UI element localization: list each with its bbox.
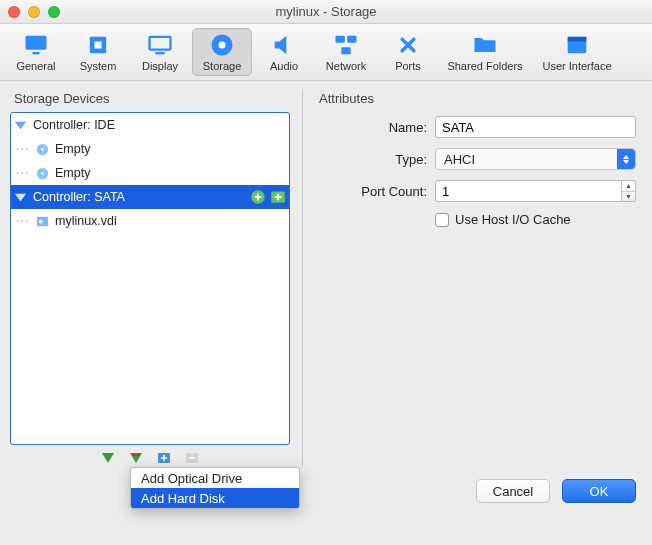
minimize-window-button[interactable]	[28, 6, 40, 18]
ok-button[interactable]: OK	[562, 479, 636, 503]
add-attachment-button[interactable]	[154, 449, 174, 467]
tab-display[interactable]: Display	[130, 28, 190, 76]
zoom-window-button[interactable]	[48, 6, 60, 18]
button-label: OK	[590, 484, 609, 499]
svg-rect-3	[95, 42, 102, 49]
cancel-button[interactable]: Cancel	[476, 479, 550, 503]
menu-item-label: Add Optical Drive	[141, 471, 242, 486]
tab-label: Ports	[395, 60, 421, 72]
portcount-stepper[interactable]: ▲▼	[622, 180, 636, 202]
add-hdd-icon[interactable]	[269, 188, 287, 206]
hdd-icon	[33, 212, 51, 230]
tree-leaf-empty[interactable]: ⋯ Empty	[11, 137, 289, 161]
svg-rect-12	[568, 37, 587, 42]
display-icon	[146, 32, 174, 58]
svg-rect-4	[150, 37, 171, 50]
tree-guide: ⋯	[11, 141, 33, 157]
portcount-input[interactable]	[435, 180, 622, 202]
type-value: AHCI	[444, 152, 475, 167]
folder-icon	[471, 32, 499, 58]
tab-system[interactable]: System	[68, 28, 128, 76]
panel-separator	[302, 89, 303, 467]
tree-label: mylinux.vdi	[55, 214, 289, 228]
tab-network[interactable]: Network	[316, 28, 376, 76]
dialog-footer: Cancel OK	[0, 471, 652, 517]
tree-label: Controller: IDE	[33, 118, 289, 132]
button-label: Cancel	[493, 484, 533, 499]
type-select[interactable]: AHCI	[435, 148, 636, 170]
tab-ports[interactable]: Ports	[378, 28, 438, 76]
remove-attachment-button[interactable]	[182, 449, 202, 467]
svg-rect-8	[336, 36, 345, 43]
tab-audio[interactable]: Audio	[254, 28, 314, 76]
controller-ide-row[interactable]: Controller: IDE	[11, 113, 289, 137]
tree-leaf-disk[interactable]: ⋯ mylinux.vdi	[11, 209, 289, 233]
ui-icon	[563, 32, 591, 58]
add-optical-icon[interactable]	[249, 188, 267, 206]
type-label: Type:	[315, 152, 435, 167]
settings-toolbar: General System Display Storage Audio Net…	[0, 24, 652, 81]
disc-icon	[33, 140, 51, 158]
audio-icon	[270, 32, 298, 58]
disc-icon	[33, 164, 51, 182]
tab-general[interactable]: General	[6, 28, 66, 76]
add-controller-button[interactable]	[98, 449, 118, 467]
tab-label: System	[80, 60, 117, 72]
select-knob-icon	[617, 149, 635, 169]
svg-point-7	[219, 42, 226, 49]
tab-storage[interactable]: Storage	[192, 28, 252, 76]
name-label: Name:	[315, 120, 435, 135]
menu-add-hard-disk[interactable]: Add Hard Disk	[131, 488, 299, 508]
svg-point-16	[41, 172, 44, 175]
tree-guide: ⋯	[11, 165, 33, 181]
hostio-checkbox[interactable]: Use Host I/O Cache	[435, 212, 636, 227]
svg-rect-21	[132, 454, 140, 456]
portcount-label: Port Count:	[315, 184, 435, 199]
remove-controller-button[interactable]	[126, 449, 146, 467]
tab-user-interface[interactable]: User Interface	[532, 28, 622, 76]
svg-point-20	[38, 219, 42, 223]
checkbox-box	[435, 213, 449, 227]
svg-rect-5	[155, 52, 164, 54]
tab-label: User Interface	[542, 60, 611, 72]
tree-actions-strip: Add Optical Drive Add Hard Disk	[10, 445, 290, 467]
ports-icon	[394, 32, 422, 58]
svg-rect-9	[347, 36, 356, 43]
storage-tree[interactable]: Controller: IDE ⋯ Empty ⋯ Empty Controll…	[10, 112, 290, 445]
tree-leaf-empty[interactable]: ⋯ Empty	[11, 161, 289, 185]
close-window-button[interactable]	[8, 6, 20, 18]
tab-label: Storage	[203, 60, 242, 72]
titlebar: mylinux - Storage	[0, 0, 652, 24]
storage-devices-title: Storage Devices	[14, 91, 290, 106]
controller-icon	[11, 188, 29, 206]
tab-label: Shared Folders	[447, 60, 522, 72]
tree-label: Empty	[55, 166, 289, 180]
controller-icon	[11, 116, 29, 134]
attributes-title: Attributes	[319, 91, 642, 106]
menu-add-optical-drive[interactable]: Add Optical Drive	[131, 468, 299, 488]
tab-label: Display	[142, 60, 178, 72]
chip-icon	[84, 32, 112, 58]
name-input[interactable]	[435, 116, 636, 138]
tree-label: Empty	[55, 142, 289, 156]
menu-item-label: Add Hard Disk	[141, 491, 225, 506]
svg-point-14	[41, 148, 44, 151]
hostio-label: Use Host I/O Cache	[455, 212, 571, 227]
storage-icon	[208, 32, 236, 58]
tree-label: Controller: SATA	[33, 190, 249, 204]
svg-rect-24	[189, 457, 195, 459]
tab-label: Network	[326, 60, 366, 72]
tab-label: Audio	[270, 60, 298, 72]
window-title: mylinux - Storage	[0, 4, 652, 19]
add-attachment-menu[interactable]: Add Optical Drive Add Hard Disk	[130, 467, 300, 509]
controller-sata-row[interactable]: Controller: SATA	[11, 185, 289, 209]
monitor-icon	[22, 32, 50, 58]
svg-rect-0	[26, 36, 47, 50]
tab-shared-folders[interactable]: Shared Folders	[440, 28, 530, 76]
tab-label: General	[16, 60, 55, 72]
network-icon	[332, 32, 360, 58]
svg-rect-1	[33, 52, 40, 54]
tree-guide: ⋯	[11, 213, 33, 229]
svg-rect-10	[341, 47, 350, 54]
